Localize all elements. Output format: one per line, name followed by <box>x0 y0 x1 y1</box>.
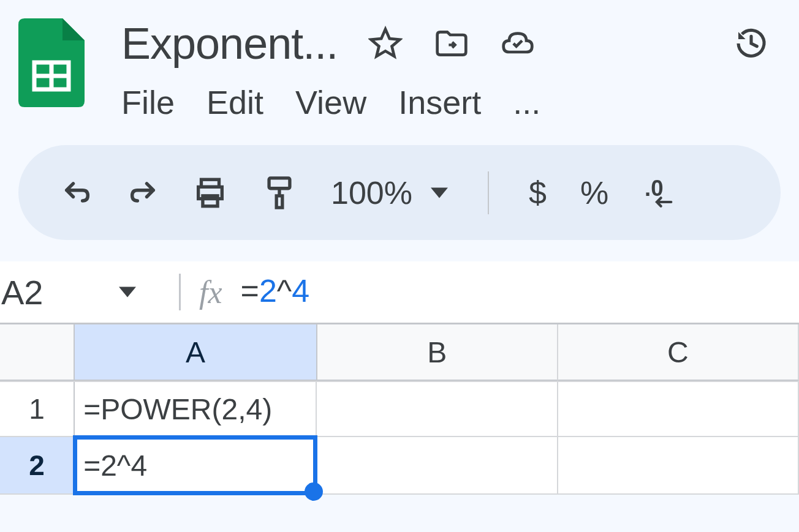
cell-b2[interactable] <box>317 437 558 493</box>
fx-label: fx <box>199 274 222 310</box>
paint-format-icon[interactable] <box>262 173 297 212</box>
chevron-down-icon <box>431 187 448 198</box>
header: Exponent... <box>0 0 799 130</box>
history-icon[interactable] <box>734 26 768 61</box>
cell-c1[interactable] <box>558 382 799 436</box>
toolbar-divider <box>488 171 489 214</box>
svg-rect-5 <box>269 178 290 188</box>
menu-file[interactable]: File <box>121 81 175 124</box>
title-area: Exponent... <box>121 18 781 124</box>
cloud-saved-icon[interactable] <box>501 26 535 61</box>
zoom-dropdown[interactable]: 100% <box>331 174 448 211</box>
decrease-decimal-button[interactable]: .0 <box>642 178 684 208</box>
cell-c2[interactable] <box>558 437 799 493</box>
column-header-b[interactable]: B <box>317 324 558 381</box>
column-header-row: A B C <box>0 324 799 382</box>
chevron-down-icon <box>119 287 136 298</box>
cell-a2[interactable]: =2^4 <box>75 437 317 493</box>
formula-bar: A2 fx =2^4 <box>0 261 799 323</box>
sheets-logo-icon[interactable] <box>18 18 85 107</box>
formula-input[interactable]: =2^4 <box>241 272 310 312</box>
zoom-value: 100% <box>331 174 412 211</box>
move-folder-icon[interactable] <box>434 26 469 61</box>
title-icons <box>368 26 535 61</box>
document-title[interactable]: Exponent... <box>121 18 338 69</box>
percent-format-button[interactable]: % <box>580 174 608 211</box>
grid-row-2: 2 =2^4 <box>0 437 799 495</box>
cell-a1[interactable]: =POWER(2,4) <box>75 382 317 436</box>
title-row: Exponent... <box>121 18 781 69</box>
row-header-2[interactable]: 2 <box>0 437 75 493</box>
undo-icon[interactable] <box>61 177 93 209</box>
row-header-1[interactable]: 1 <box>0 382 75 436</box>
menu-bar: File Edit View Insert ... <box>121 81 781 124</box>
cell-reference-value: A2 <box>1 272 44 312</box>
redo-icon[interactable] <box>127 177 159 209</box>
menu-more[interactable]: ... <box>513 81 540 124</box>
spreadsheet-grid: A B C 1 =POWER(2,4) 2 =2^4 <box>0 323 799 495</box>
menu-insert[interactable]: Insert <box>398 81 481 124</box>
fill-handle[interactable] <box>305 482 323 501</box>
column-header-c[interactable]: C <box>558 324 799 381</box>
cell-reference-dropdown[interactable]: A2 <box>1 272 161 312</box>
select-all-corner[interactable] <box>0 324 75 381</box>
formula-divider <box>179 274 181 310</box>
menu-view[interactable]: View <box>295 81 366 124</box>
star-icon[interactable] <box>368 26 403 61</box>
toolbar: 100% $ % .0 <box>18 145 781 240</box>
print-icon[interactable] <box>192 175 228 211</box>
column-header-a[interactable]: A <box>75 324 317 381</box>
cell-b1[interactable] <box>317 382 558 436</box>
menu-edit[interactable]: Edit <box>206 81 263 124</box>
currency-format-button[interactable]: $ <box>529 174 547 211</box>
svg-rect-4 <box>203 195 218 206</box>
grid-row-1: 1 =POWER(2,4) <box>0 382 799 437</box>
